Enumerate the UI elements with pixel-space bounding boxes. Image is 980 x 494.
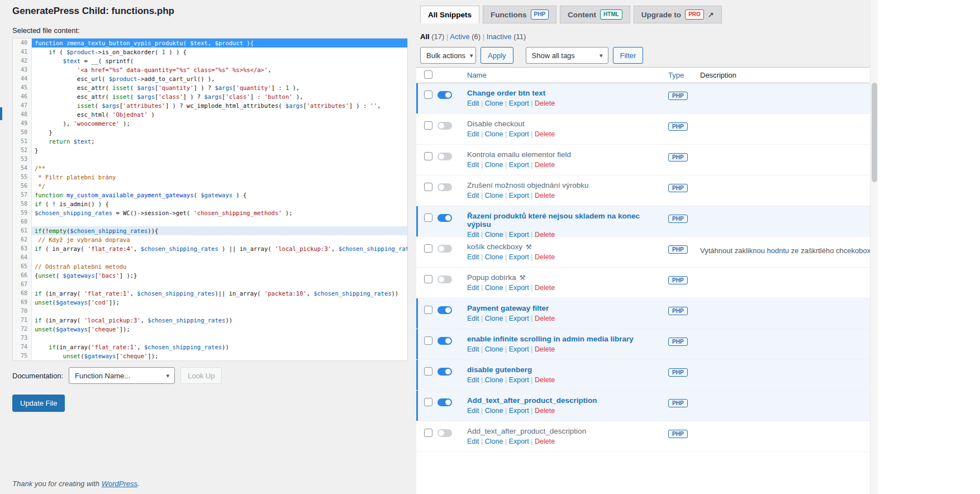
row-checkbox[interactable] (424, 398, 432, 406)
action-clone[interactable]: Clone (485, 407, 503, 415)
lookup-button[interactable]: Look Up (180, 367, 222, 384)
action-export[interactable]: Export (509, 99, 529, 107)
tab-functions[interactable]: FunctionsPHP (483, 6, 556, 23)
row-checkbox[interactable] (424, 213, 432, 222)
action-export[interactable]: Export (509, 130, 529, 138)
snippet-name-link[interactable]: Kontrola emailu elementor field (467, 150, 571, 159)
action-delete[interactable]: Delete (535, 130, 555, 138)
activation-toggle[interactable] (437, 153, 452, 160)
tab-all-snippets[interactable]: All Snippets (420, 6, 479, 23)
code-editor[interactable]: 40function zmena_textu_button_vypis_prod… (12, 38, 408, 361)
action-clone[interactable]: Clone (485, 253, 503, 261)
action-edit[interactable]: Edit (467, 345, 479, 353)
tab-upgrade[interactable]: Upgrade toPRO↗ (634, 6, 722, 23)
activation-toggle[interactable] (437, 368, 452, 376)
documentation-select[interactable]: Function Name... ▾ (69, 367, 175, 384)
apply-button[interactable]: Apply (481, 47, 513, 64)
snippet-name-link[interactable]: Disable checkout (467, 120, 525, 128)
action-clone[interactable]: Clone (485, 192, 503, 200)
row-checkbox[interactable] (424, 152, 432, 160)
snippet-name-link[interactable]: Popup dobírka (467, 273, 516, 282)
select-all-checkbox[interactable] (424, 70, 432, 79)
tab-content[interactable]: ContentHTML (560, 6, 630, 23)
activation-toggle[interactable] (437, 91, 452, 99)
activation-toggle[interactable] (437, 214, 452, 222)
bulk-actions-select[interactable]: Bulk actions ▾ (420, 47, 476, 64)
action-export[interactable]: Export (509, 161, 529, 169)
action-export[interactable]: Export (509, 315, 529, 322)
activation-toggle[interactable] (437, 183, 452, 191)
snippet-name-link[interactable]: Řazení produktů které nejsou skladem na … (467, 212, 640, 229)
filter-button[interactable]: Filter (613, 47, 644, 64)
action-clone[interactable]: Clone (485, 130, 503, 138)
row-checkbox[interactable] (424, 244, 432, 253)
action-edit[interactable]: Edit (467, 130, 479, 138)
action-clone[interactable]: Clone (485, 99, 503, 107)
action-edit[interactable]: Edit (467, 253, 479, 261)
column-header-type[interactable]: Type (664, 71, 696, 79)
row-checkbox[interactable] (424, 336, 432, 345)
filter-inactive[interactable]: Inactive (11) (487, 32, 526, 41)
action-export[interactable]: Export (509, 438, 529, 445)
action-delete[interactable]: Delete (535, 407, 555, 415)
scrollbar[interactable] (870, 0, 878, 494)
snippet-name-link[interactable]: Change order btn text (467, 89, 545, 97)
action-clone[interactable]: Clone (485, 376, 503, 384)
row-checkbox[interactable] (424, 183, 432, 191)
snippet-name-link[interactable]: disable gutenberg (467, 365, 532, 374)
action-clone[interactable]: Clone (485, 284, 503, 292)
row-checkbox[interactable] (424, 429, 432, 437)
action-clone[interactable]: Clone (485, 161, 503, 169)
activation-toggle[interactable] (437, 245, 452, 253)
action-export[interactable]: Export (509, 345, 529, 353)
wordpress-link[interactable]: WordPress (102, 479, 137, 488)
action-edit[interactable]: Edit (467, 438, 479, 445)
action-export[interactable]: Export (509, 376, 529, 384)
action-clone[interactable]: Clone (485, 315, 503, 322)
filter-all[interactable]: All (17) (420, 32, 444, 41)
row-checkbox[interactable] (424, 306, 432, 314)
row-checkbox[interactable] (424, 121, 432, 130)
action-edit[interactable]: Edit (467, 315, 479, 322)
action-delete[interactable]: Delete (535, 438, 555, 445)
action-clone[interactable]: Clone (485, 438, 503, 445)
filter-active[interactable]: Active (6) (450, 32, 481, 41)
action-export[interactable]: Export (509, 192, 529, 200)
column-header-name[interactable]: Name (463, 71, 664, 79)
snippet-name-link[interactable]: enable infinite scrolling in admin media… (467, 335, 634, 343)
action-edit[interactable]: Edit (467, 161, 479, 169)
action-delete[interactable]: Delete (535, 161, 555, 169)
activation-toggle[interactable] (437, 276, 452, 283)
row-checkbox[interactable] (424, 91, 432, 99)
scrollbar-thumb[interactable] (872, 83, 877, 182)
action-export[interactable]: Export (509, 253, 529, 261)
action-edit[interactable]: Edit (467, 407, 479, 415)
action-export[interactable]: Export (509, 407, 529, 415)
snippet-name-link[interactable]: Payment gateway filter (467, 304, 549, 312)
snippet-name-link[interactable]: Add_text_after_product_description (467, 396, 597, 405)
activation-toggle[interactable] (437, 306, 452, 314)
action-edit[interactable]: Edit (467, 192, 479, 200)
snippet-name-link[interactable]: Zrušení možnosti objednání výrobku (467, 181, 589, 189)
row-checkbox[interactable] (424, 367, 432, 376)
action-delete[interactable]: Delete (535, 376, 555, 384)
action-delete[interactable]: Delete (535, 345, 555, 353)
action-export[interactable]: Export (509, 284, 529, 292)
activation-toggle[interactable] (437, 122, 452, 130)
activation-toggle[interactable] (437, 429, 452, 437)
action-edit[interactable]: Edit (467, 284, 479, 292)
action-delete[interactable]: Delete (535, 315, 555, 322)
activation-toggle[interactable] (437, 337, 452, 345)
snippet-name-link[interactable]: košík checkboxy (467, 243, 522, 251)
action-delete[interactable]: Delete (535, 99, 555, 107)
action-edit[interactable]: Edit (467, 99, 479, 107)
action-edit[interactable]: Edit (467, 376, 479, 384)
row-checkbox[interactable] (424, 275, 432, 283)
action-delete[interactable]: Delete (535, 284, 555, 292)
snippet-name-link[interactable]: Add_text_after_product_description (467, 427, 586, 435)
update-file-button[interactable]: Update File (12, 395, 65, 412)
tags-filter-select[interactable]: Show all tags ▾ (526, 47, 608, 64)
action-delete[interactable]: Delete (535, 192, 555, 200)
action-clone[interactable]: Clone (485, 345, 503, 353)
activation-toggle[interactable] (437, 398, 452, 406)
